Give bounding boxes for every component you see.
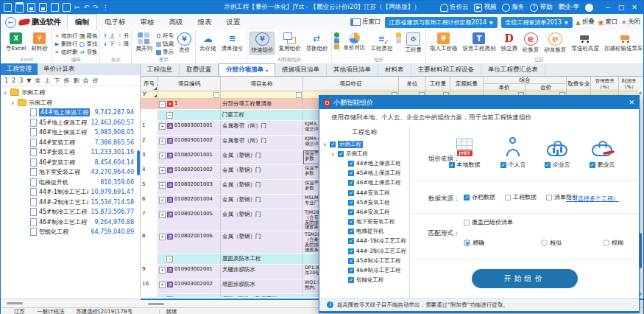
ribbon-tab[interactable]: 设置 (219, 14, 248, 30)
overwrite-option[interactable]: 覆盖已组价清单 (464, 218, 513, 226)
sidebar-tool-button[interactable]: ▼ (26, 77, 31, 84)
show-button[interactable]: 显示 (156, 49, 174, 56)
project-tree-item[interactable]: 46#安装工程 8,454,604.14 (1, 158, 140, 168)
expand-icon[interactable] (159, 138, 166, 144)
pump-fee-deduction-button[interactable]: 扣减砼输送泵车费 (603, 32, 644, 53)
expand-icon[interactable] (159, 153, 166, 159)
checkbox[interactable] (348, 258, 354, 264)
col-profession[interactable]: 取费专业 (567, 77, 591, 91)
sidebar-tool-button[interactable]: 拆 (63, 77, 69, 85)
dialog-titlebar[interactable]: 小鹏智能组价 ✕ (319, 96, 639, 109)
concrete-conversion-button[interactable]: 砼 砼换算 (521, 32, 541, 55)
cost-cloud-button[interactable]: 造价云 (440, 3, 469, 12)
collapse-ribbon-button[interactable]: ▲ 折叠 (576, 18, 595, 27)
dialog-tree-item[interactable]: 46#地上保温工程 (319, 178, 409, 188)
replace-pricing-button[interactable]: ⇄ 替换组价 (304, 32, 329, 53)
expand-icon[interactable] (159, 167, 166, 174)
checkbox[interactable] (348, 268, 354, 273)
undo-icon[interactable]: ↶ (84, 4, 90, 11)
project-tree-item[interactable]: 示例工程 (1, 88, 140, 98)
add-row-button[interactable]: ＋增加行 (54, 32, 78, 40)
qat-more-icon[interactable]: ⋮ (102, 4, 109, 11)
expand-icon[interactable] (166, 296, 173, 297)
tab-project-management[interactable]: 工程管理 (1, 63, 38, 75)
copy-icon[interactable] (51, 3, 59, 12)
checkbox[interactable] (348, 228, 354, 234)
project-tree-item[interactable]: 46#地上保温工程 5,985,908.05 (1, 128, 140, 138)
checkbox[interactable] (348, 190, 354, 196)
redo-icon[interactable]: ↷ (93, 4, 99, 11)
scroll-up-icon[interactable]: ▲ (637, 90, 643, 94)
col-no[interactable]: 序号 (141, 77, 158, 91)
unlock-icon[interactable] (396, 38, 401, 43)
chart-icon[interactable] (334, 38, 339, 43)
col-qty[interactable]: 工程量 (426, 77, 450, 91)
labor-price-button[interactable]: ¥ 取人工价格 (428, 32, 459, 53)
list-guide-button[interactable]: ≡ 清单指引 (219, 32, 244, 53)
source-option[interactable]: 存档数据 (464, 193, 495, 201)
price-compare-button[interactable]: 单价对比 (342, 32, 367, 52)
dialog-tree-item[interactable]: 示例工程 (319, 149, 409, 158)
sheet-tab[interactable]: 措施项目清单 (275, 63, 327, 76)
project-tree-item[interactable]: 地下室安装工程 43,270,964.40 (1, 167, 140, 178)
list-db-dropdown[interactable]: 全统工程量清单2013▼ (501, 17, 573, 28)
maximize-button[interactable]: □ (615, 2, 627, 13)
close-button[interactable]: ✕ (629, 2, 640, 13)
ribbon-tab[interactable]: 编制 (67, 14, 97, 30)
project-tree-item[interactable]: 示例工程 (1, 98, 140, 108)
new-file-icon[interactable] (4, 3, 12, 12)
sidebar-tool-button[interactable]: 上 (44, 77, 50, 85)
checkbox[interactable] (500, 162, 506, 168)
checkbox[interactable] (348, 277, 354, 283)
expand-icon[interactable] (159, 182, 166, 189)
expand-icon[interactable] (159, 197, 166, 203)
demote-button[interactable]: ⇓降 (117, 41, 130, 48)
sidebar-tool-button[interactable]: 2 (12, 77, 15, 84)
checkbox[interactable] (449, 162, 455, 168)
sidebar-tool-button[interactable]: 价 (92, 77, 98, 85)
project-tree-item[interactable]: 45#地上保温工程 12,463,060.57 (1, 118, 140, 128)
reuse-pricing-button[interactable]: 复用组价 (277, 32, 302, 53)
scrollbar-thumb[interactable] (7, 302, 23, 304)
checkbox[interactable] (348, 180, 354, 186)
paste-icon[interactable] (63, 3, 71, 12)
radio-icon[interactable] (603, 240, 609, 246)
checkbox[interactable] (464, 195, 470, 200)
delete-row-button[interactable]: ▶删除行 (54, 41, 78, 48)
col-unit-price[interactable]: 单价 (484, 84, 526, 91)
sheet-tab[interactable]: 工程信息 (141, 63, 180, 76)
sidebar-tool-button[interactable]: 删 (73, 77, 79, 85)
open-file-icon[interactable] (15, 2, 24, 13)
radio-icon[interactable] (464, 240, 470, 246)
ribbon-tab[interactable]: 高级 (162, 14, 191, 30)
project-tree-item[interactable]: 44#地上保温工程 9,742,287.94 (1, 108, 140, 118)
expand-icon[interactable] (159, 101, 166, 108)
refresh-icon[interactable] (334, 32, 339, 38)
color-button[interactable]: 颜色 (79, 32, 97, 40)
project-tree-item[interactable]: 智能化工程 64,759,040.89 (1, 227, 140, 237)
save-as-icon[interactable] (39, 3, 47, 12)
project-tree-item[interactable]: 45#安装工程 11,233,301.16 (1, 147, 140, 158)
sidebar-tool-button[interactable]: 3 (19, 77, 23, 84)
checkbox[interactable] (348, 248, 354, 254)
checkbox[interactable] (348, 238, 354, 244)
checkbox[interactable] (348, 209, 354, 215)
dialog-tree-item[interactable]: 示例工程 (319, 139, 409, 149)
dialog-tree-item[interactable]: 44#-1制冷工艺工程 (319, 237, 409, 246)
replace-button[interactable]: ⇄替换 (79, 49, 97, 56)
checkbox[interactable] (330, 142, 336, 147)
dialog-tree-item[interactable]: 46#安装工程 (319, 207, 409, 217)
ribbon-tab[interactable]: 电子标 (97, 14, 133, 30)
filter-box[interactable] (213, 92, 219, 98)
expand-icon[interactable] (159, 123, 166, 130)
sheet-tab[interactable]: 取费设置 (180, 63, 219, 76)
cloud-storage-button[interactable]: ☁ 云存储 (198, 32, 218, 53)
col-feature[interactable]: 项目特征 (303, 77, 399, 91)
match-option-exact[interactable]: 精确 (464, 239, 484, 247)
close-doc-button[interactable]: ✕ 关闭 (621, 18, 640, 27)
export-excel-button[interactable]: X 导Excel (4, 32, 27, 53)
dialog-close-button[interactable]: ✕ (629, 99, 634, 106)
col-unit[interactable]: 单位 (399, 77, 426, 91)
window-button[interactable]: ▣ 窗口 (598, 18, 618, 27)
adjust-icon[interactable] (334, 44, 339, 49)
